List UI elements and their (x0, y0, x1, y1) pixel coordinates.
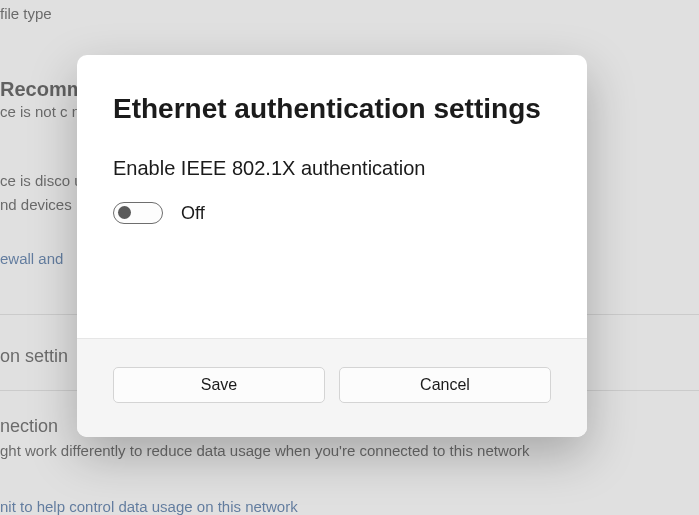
dialog-body: Ethernet authentication settings Enable … (77, 55, 587, 338)
ieee-8021x-toggle-state: Off (181, 203, 205, 224)
ieee-8021x-toggle-row: Off (113, 202, 551, 224)
cancel-button[interactable]: Cancel (339, 367, 551, 403)
toggle-knob-icon (118, 206, 131, 219)
dialog-footer: Save Cancel (77, 338, 587, 437)
ethernet-auth-dialog: Ethernet authentication settings Enable … (77, 55, 587, 437)
save-button[interactable]: Save (113, 367, 325, 403)
ieee-8021x-label: Enable IEEE 802.1X authentication (113, 157, 551, 180)
dialog-title: Ethernet authentication settings (113, 93, 551, 125)
ieee-8021x-toggle[interactable] (113, 202, 163, 224)
